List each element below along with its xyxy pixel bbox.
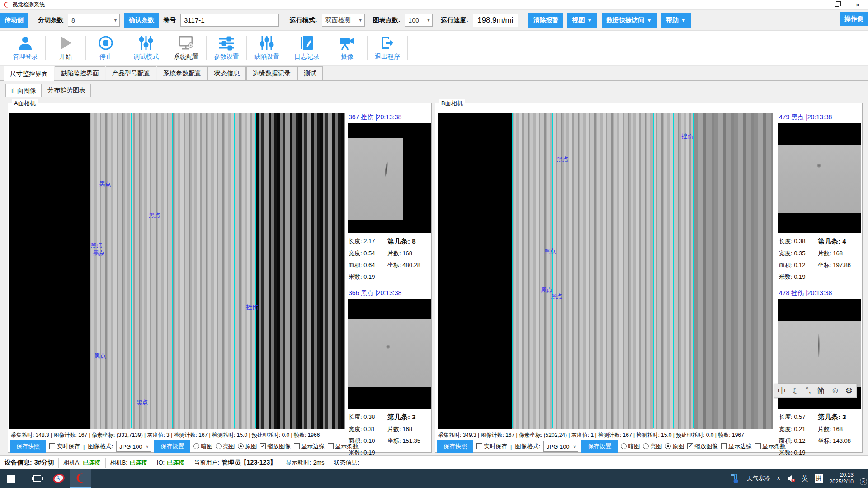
restore-button[interactable] [826, 0, 847, 9]
tab-status-info[interactable]: 状态信息 [208, 66, 246, 80]
inspection-app-taskbar-button[interactable] [70, 469, 91, 488]
show-edges-checkbox[interactable]: 显示边缘 [721, 442, 752, 450]
save-snapshot-button[interactable]: 保存快照 [437, 440, 473, 453]
realtime-save-checkbox[interactable]: 实时保存 [49, 442, 80, 450]
drive-side-button[interactable]: 传动侧 [0, 13, 28, 28]
task-view-button[interactable] [26, 469, 48, 488]
log-book-icon [299, 34, 315, 52]
chart-points-select[interactable]: 100 ▼ [405, 14, 433, 27]
defect-label: 黑点 [136, 399, 148, 407]
radio-icon [238, 443, 244, 449]
zoom-image-checkbox[interactable]: 缩放图像 [260, 442, 291, 450]
defect-card[interactable]: 367 挫伤 |20:13:38 长度: 2.17 第几条: 8 宽度: 0.5… [348, 113, 431, 282]
subtab-trend-chart[interactable]: 分布趋势图表 [42, 84, 91, 97]
tab-system-param-config[interactable]: 系统参数配置 [157, 66, 208, 80]
speed-value: 198.9m/mi [473, 14, 518, 27]
defect-thumbnail [348, 123, 431, 233]
original-image-radio[interactable]: 原图 [665, 442, 684, 450]
image-format-label: 图像格式: [88, 442, 113, 450]
tray-expand-icon[interactable]: ∧ [777, 475, 781, 482]
tab-size-monitor[interactable]: 尺寸监控界面 [4, 66, 54, 81]
main-content: A面相机 黑点 黑点 黑点 黑点 挫伤 黑点 黑点 367 挫伤 |20:13:… [0, 100, 868, 455]
original-image-radio[interactable]: 原图 [238, 442, 257, 450]
snipping-tool-button[interactable]: ✂ [48, 469, 70, 488]
show-strips-checkbox[interactable]: 显示条数 [755, 442, 786, 450]
exit-icon [379, 34, 396, 52]
defect-card[interactable]: 479 黑点 |20:13:38 长度: 0.38 第几条: 4 宽度: 0.3… [778, 113, 861, 282]
ime-simplified-mode[interactable]: 简 [817, 385, 825, 396]
admin-login-button[interactable]: 管理登录 [5, 34, 45, 61]
tab-edge-data-record[interactable]: 边缘数据记录 [246, 66, 297, 80]
defect-card[interactable]: 366 黑点 |20:13:38 长度: 0.38 第几条: 3 宽度: 0.3… [348, 288, 431, 458]
stop-icon [98, 34, 113, 52]
ime-indicator[interactable]: 拼 [815, 474, 823, 483]
zoom-image-checkbox[interactable]: 缩放图像 [687, 442, 718, 450]
ime-chinese-mode[interactable]: 中 [778, 385, 786, 396]
start-button[interactable]: 开始 [46, 34, 85, 61]
debug-mode-button[interactable]: 调试模式 [126, 34, 166, 61]
tab-product-model-config[interactable]: 产品型号配置 [106, 66, 156, 80]
scissors-icon: ✂ [52, 472, 66, 484]
ime-settings-icon[interactable]: ⚙ [845, 386, 853, 396]
image-format-label: 图像格式: [515, 442, 540, 450]
subtab-front-image[interactable]: 正面图像 [5, 84, 42, 97]
camera-b-image[interactable]: 挫伤 黑点 黑点 黑点 黑点 [438, 113, 773, 429]
ime-punctuation-icon[interactable]: °, [806, 386, 811, 395]
slit-count-select[interactable]: 8 ▼ [68, 14, 120, 27]
main-tab-bar: 尺寸监控界面 缺陷监控界面 产品型号配置 系统参数配置 状态信息 边缘数据记录 … [0, 66, 868, 81]
ime-language-bar[interactable]: 中 ☾ °, 简 ☺ ⚙ [774, 384, 857, 398]
bright-image-radio[interactable]: 亮图 [643, 442, 662, 450]
help-menu-button[interactable]: 帮助 ▼ [661, 13, 691, 28]
io-connected-status: 已连接 [167, 459, 184, 467]
run-mode-select[interactable]: 双面检测 ▼ [322, 14, 365, 27]
dark-image-radio[interactable]: 暗图 [621, 442, 640, 450]
notification-center-button[interactable]: 6 [863, 474, 863, 483]
ime-halfmoon-icon[interactable]: ☾ [792, 386, 799, 396]
bright-image-radio[interactable]: 亮图 [216, 442, 235, 450]
start-button[interactable] [0, 469, 22, 488]
camera-b-controls: 保存快照 实时保存 |图像格式: JPG 100∨ 保存设置 暗图 亮图 原图 … [437, 440, 786, 453]
strip-grid-overlay [512, 113, 694, 428]
camera-a-connection: 相机A: 已连接 [59, 458, 105, 467]
chevron-down-icon: ▼ [110, 18, 118, 23]
speaker-muted-icon[interactable] [787, 475, 795, 482]
camera-b-connected-status: 已连接 [130, 459, 147, 467]
show-strips-checkbox[interactable]: 显示条数 [328, 442, 359, 450]
ime-emoji-icon[interactable]: ☺ [831, 386, 839, 395]
tab-defect-monitor[interactable]: 缺陷监控界面 [55, 66, 105, 80]
system-config-button[interactable]: 系统配置 [166, 34, 206, 61]
defect-settings-button[interactable]: 缺陷设置 [247, 34, 287, 61]
confirm-count-button[interactable]: 确认条数 [124, 13, 159, 28]
save-settings-button[interactable]: 保存设置 [581, 440, 618, 453]
clear-alarm-button[interactable]: 清除报警 [528, 13, 563, 28]
divider [407, 36, 408, 60]
weather-text[interactable]: 天气寒冷 [747, 474, 770, 483]
log-record-button[interactable]: 日志记录 [287, 34, 327, 61]
data-access-menu-button[interactable]: 数据快捷访问 ▼ [602, 13, 657, 28]
save-settings-button[interactable]: 保存设置 [154, 440, 190, 453]
roll-number-input[interactable]: 3117-1 [180, 14, 279, 27]
close-button[interactable]: × [847, 0, 868, 9]
camera-a-image[interactable]: 黑点 黑点 黑点 黑点 挫伤 黑点 黑点 [9, 113, 345, 429]
clock[interactable]: 20:13 2025/2/10 [830, 472, 854, 485]
stop-button[interactable]: 停止 [86, 34, 126, 61]
tab-test[interactable]: 测试 [297, 66, 323, 80]
device-info: 设备信息: 3#分切 [0, 458, 58, 467]
exit-program-button[interactable]: 退出程序 [368, 34, 407, 61]
image-format-select[interactable]: JPG 100∨ [116, 441, 151, 452]
clock-time: 20:13 [830, 472, 854, 479]
image-format-select[interactable]: JPG 100∨ [543, 441, 578, 452]
capture-button[interactable]: 摄像 [327, 34, 367, 61]
operator-side-button[interactable]: 操作侧 [840, 12, 868, 26]
view-menu-button[interactable]: 视图 ▼ [567, 13, 597, 28]
restore-icon [835, 3, 839, 7]
defect-card[interactable]: 478 挫伤 |20:13:38 长度: 0.57 第几条: 3 宽度: 0.2… [778, 288, 861, 458]
parameter-settings-button[interactable]: 参数设置 [207, 34, 246, 61]
defect-card-header: 367 挫伤 |20:13:38 [348, 113, 431, 123]
realtime-save-checkbox[interactable]: 实时保存 [476, 442, 507, 450]
minimize-button[interactable] [806, 0, 826, 9]
dark-image-radio[interactable]: 暗图 [193, 442, 212, 450]
language-indicator[interactable]: 英 [802, 474, 808, 483]
show-edges-checkbox[interactable]: 显示边缘 [294, 442, 325, 450]
save-snapshot-button[interactable]: 保存快照 [10, 440, 46, 453]
